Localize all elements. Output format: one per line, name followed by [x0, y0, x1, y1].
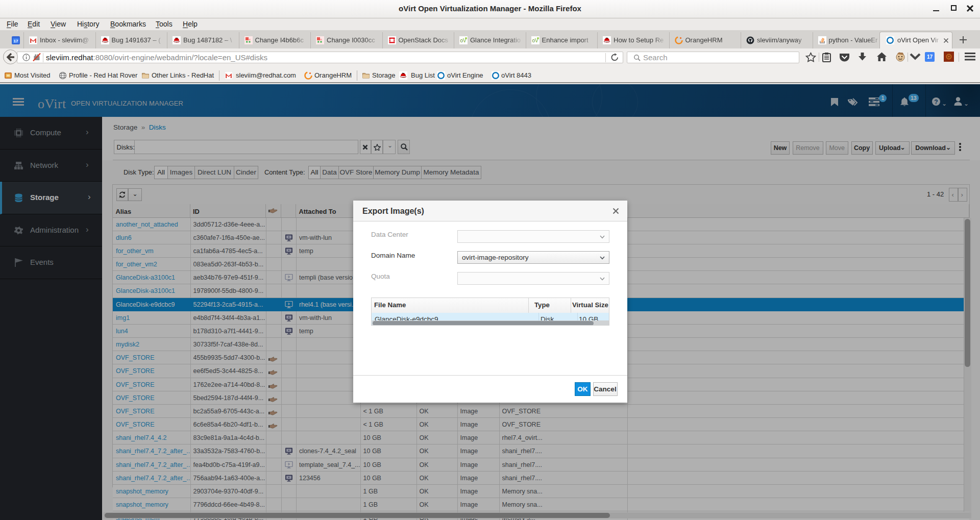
svg-text:17: 17	[14, 39, 18, 43]
